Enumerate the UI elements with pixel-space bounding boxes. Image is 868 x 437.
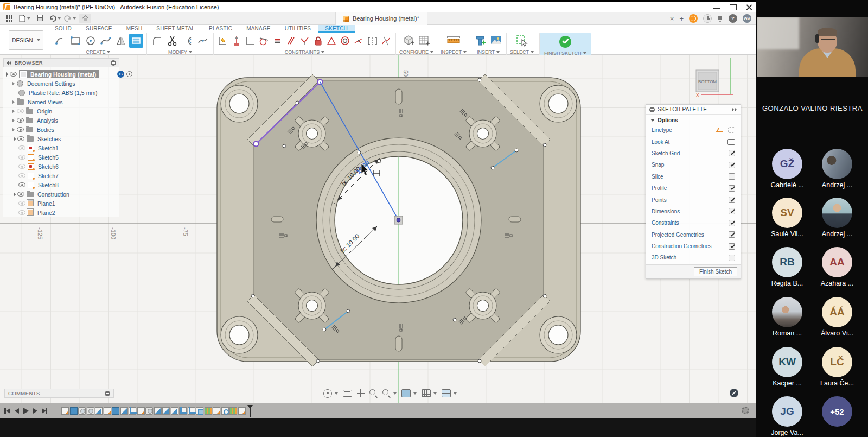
timeline-feature-icon[interactable] [87, 407, 94, 415]
configuration-icon[interactable] [402, 34, 416, 48]
sketch-palette-header[interactable]: SKETCH PALETTE [646, 105, 741, 115]
visibility-eye-icon[interactable] [18, 201, 25, 206]
timeline-feature-icon[interactable] [120, 407, 128, 415]
timeline-feature-icon[interactable] [162, 407, 170, 415]
viewports-icon[interactable] [442, 389, 451, 397]
constraints-group-label[interactable]: CONSTRAINTS [285, 49, 325, 55]
redo-icon[interactable] [64, 14, 76, 23]
collapse-panel-icon[interactable] [7, 61, 12, 65]
slot-tool-icon-active[interactable] [129, 34, 143, 48]
fillet-tool-icon[interactable] [150, 34, 164, 48]
trim-tool-icon[interactable] [165, 34, 180, 48]
file-menu-icon[interactable] [18, 14, 30, 23]
tree-item-sketch5[interactable]: Sketch5 [3, 153, 119, 162]
view-cube[interactable]: BOTTOM X [696, 58, 733, 98]
save-icon[interactable] [34, 14, 46, 23]
configure-group-label[interactable]: CONFIGURE [399, 49, 433, 55]
visibility-eye-icon[interactable] [10, 72, 17, 77]
expand-icon[interactable] [12, 128, 15, 132]
ribbon-tab-sheet-metal[interactable]: SHEET METAL [149, 25, 202, 33]
participant-tile[interactable]: ÁÁ Álvaro Vi... [812, 297, 862, 337]
finish-sketch-group[interactable]: FINISH SKETCH [539, 33, 591, 56]
job-status-icon[interactable] [689, 14, 698, 23]
timeline-feature-icon[interactable] [104, 407, 111, 415]
participant-tile[interactable]: RB Regita B... [762, 247, 812, 287]
root-node-label[interactable]: Bearing Housing (metal) [29, 71, 98, 78]
timeline-position-marker[interactable] [247, 405, 253, 417]
insert-image-icon[interactable] [489, 34, 503, 48]
dimensions-checkbox[interactable] [729, 208, 735, 214]
tree-item-analysis[interactable]: Analysis [3, 116, 119, 125]
construction-geometries-checkbox[interactable] [729, 243, 735, 250]
timeline-feature-icon[interactable] [179, 407, 187, 415]
timeline-feature-icon[interactable] [137, 407, 145, 415]
notifications-bell-icon[interactable] [717, 16, 723, 22]
expand-icon[interactable] [12, 100, 15, 104]
points-checkbox[interactable] [729, 197, 735, 203]
tree-item-plastic-rule[interactable]: Plastic Rule: ABS (1,5 mm) [3, 88, 119, 97]
timeline-feature-icon[interactable] [229, 407, 237, 415]
tree-item-sketch8[interactable]: Sketch8 [3, 180, 119, 189]
expand-icon[interactable] [11, 192, 16, 196]
tree-item-bodies[interactable]: Bodies [3, 125, 119, 134]
line-tool-icon[interactable] [53, 34, 67, 48]
measure-icon[interactable] [446, 34, 461, 48]
configuration-table-icon[interactable] [417, 34, 431, 48]
break-tool-icon[interactable] [196, 34, 210, 48]
tree-item-plane2[interactable]: Plane2 [3, 208, 119, 217]
ribbon-tab-utilities[interactable]: UTILITIES [278, 25, 318, 33]
concentric-constraint-icon[interactable] [339, 34, 352, 48]
participant-tile[interactable]: Roman ... [762, 297, 812, 337]
expand-icon[interactable] [12, 118, 15, 123]
insert-group-label[interactable]: INSERT [477, 49, 500, 55]
home-view-icon[interactable] [79, 14, 91, 23]
equal-constraint-icon[interactable] [271, 34, 284, 48]
timeline-feature-icon[interactable] [188, 407, 195, 415]
grid-settings-icon[interactable] [422, 389, 431, 397]
participant-tile[interactable]: +52 [812, 396, 862, 429]
create-group-label[interactable]: CREATE [86, 49, 111, 55]
visibility-eye-icon[interactable] [18, 210, 25, 215]
tree-item-origin[interactable]: Origin [3, 106, 119, 116]
look-at-icon[interactable] [727, 139, 735, 145]
display-settings-icon[interactable] [401, 389, 411, 397]
expand-icon[interactable] [11, 136, 16, 141]
timeline-feature-icon[interactable] [213, 407, 220, 415]
close-tab-icon[interactable]: × [670, 15, 674, 23]
look-at-view-icon[interactable] [343, 390, 352, 397]
collinear-constraint-icon[interactable] [298, 34, 311, 48]
minimize-button[interactable] [712, 3, 721, 11]
tree-item-sketch6[interactable]: Sketch6 [3, 162, 119, 171]
help-icon[interactable]: ? [729, 14, 737, 23]
tree-item-sketches[interactable]: Sketches [3, 134, 119, 143]
timeline-settings-gear-icon[interactable] [742, 407, 749, 414]
visibility-eye-icon[interactable] [17, 136, 24, 141]
timeline-feature-icon[interactable] [145, 407, 153, 415]
pan-icon[interactable] [357, 389, 365, 397]
midpoint-constraint-icon[interactable] [353, 34, 365, 48]
timeline-feature-icon[interactable] [205, 407, 212, 415]
history-icon[interactable] [703, 14, 712, 23]
parallel-constraint-icon[interactable] [285, 34, 297, 48]
select-tool-icon[interactable] [515, 34, 529, 48]
expand-panel-icon[interactable] [732, 107, 737, 112]
new-tab-icon[interactable]: + [679, 15, 684, 23]
visibility-eye-icon[interactable] [17, 109, 24, 113]
3d-sketch-checkbox[interactable] [729, 255, 735, 261]
projected-geometries-checkbox[interactable] [729, 231, 735, 238]
timeline-play-button[interactable] [23, 408, 29, 414]
zoom-icon[interactable] [369, 389, 378, 397]
browser-minimize-icon[interactable] [111, 60, 116, 66]
linetype-construction-icon[interactable] [716, 127, 725, 133]
triangle-constraint-icon[interactable] [326, 34, 338, 48]
constraints-checkbox[interactable] [729, 220, 735, 226]
ribbon-tab-sketch[interactable]: SKETCH [318, 25, 355, 33]
rectangle-tool-icon[interactable] [68, 34, 82, 48]
undo-icon[interactable] [49, 14, 61, 23]
participant-tile[interactable]: JG Jorge Va... [762, 396, 812, 436]
tangent-icon[interactable] [258, 34, 270, 48]
mirror-tool-icon[interactable] [114, 34, 128, 48]
visibility-eye-icon[interactable] [17, 192, 24, 197]
perpendicular-icon[interactable] [244, 34, 257, 48]
tree-item-construction[interactable]: Construction [3, 189, 119, 199]
